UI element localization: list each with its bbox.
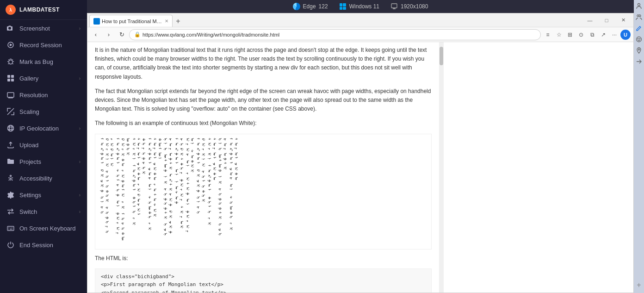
logo-icon: λ bbox=[6, 5, 16, 15]
power-icon bbox=[6, 241, 15, 249]
sidebar-item-switch[interactable]: Switch › bbox=[0, 203, 87, 220]
sidebar-item-mark-as-bug[interactable]: Mark as Bug bbox=[0, 53, 87, 70]
browser-version: 122 bbox=[319, 3, 328, 10]
svg-point-15 bbox=[639, 15, 641, 17]
sidebar-item-record-session[interactable]: Record Session bbox=[0, 37, 87, 53]
right-panel-add-button[interactable]: + bbox=[637, 281, 641, 291]
resolution-value: 1920x1080 bbox=[401, 3, 428, 10]
right-panel-icon-arrow[interactable] bbox=[635, 57, 643, 66]
sidebar-item-scaling[interactable]: Scaling bbox=[0, 103, 87, 120]
right-panel-icon-map[interactable] bbox=[635, 46, 643, 55]
back-button[interactable]: ‹ bbox=[90, 29, 101, 40]
accessibility-icon bbox=[6, 174, 15, 182]
code-text: <div class="bichigband"> <p>First paragr… bbox=[101, 274, 227, 293]
paragraph-2: The fact that Mongolian script extends f… bbox=[95, 87, 432, 114]
svg-rect-7 bbox=[7, 93, 14, 97]
sidebar-logo: λ LAMBDATEST bbox=[0, 0, 87, 20]
sidebar-item-upload[interactable]: Upload bbox=[0, 137, 87, 153]
sidebar-item-label: IP Geolocation bbox=[19, 125, 59, 132]
tab-title: How to put Traditional Mongoli... bbox=[102, 19, 162, 24]
sidebar-item-screenshot[interactable]: Screenshot › bbox=[0, 20, 87, 37]
sidebar-item-ip-geolocation[interactable]: IP Geolocation › bbox=[0, 120, 87, 137]
favorites-button[interactable]: ☆ bbox=[554, 30, 564, 40]
browser-content[interactable]: It is in the nature of Mongolian traditi… bbox=[87, 42, 633, 293]
tab-favicon bbox=[93, 18, 100, 25]
browser-titlebar: How to put Traditional Mongoli... ✕ + — … bbox=[87, 13, 633, 27]
os-name: Windows 11 bbox=[349, 3, 379, 10]
monitor-icon bbox=[390, 3, 398, 10]
right-panel-icon-person[interactable] bbox=[635, 2, 643, 10]
svg-point-18 bbox=[639, 38, 640, 39]
sidebar-item-label: Scaling bbox=[19, 108, 39, 115]
svg-point-17 bbox=[638, 38, 638, 39]
share-button[interactable]: ↗ bbox=[598, 30, 608, 40]
forward-button[interactable]: › bbox=[103, 29, 114, 40]
collections-button[interactable]: ⊞ bbox=[565, 30, 575, 40]
minimize-button[interactable]: — bbox=[582, 13, 598, 27]
right-panel-icon-face[interactable] bbox=[635, 35, 643, 44]
mongolian-col-5: ᠡᠨᠡ ᠦᠰᠦᠭ ᠨᠢ ᠳᠡᠭᠡᠭᠰᠢ ᠡᠴᠡ ᠳᠤᠷᠤᠭᠰᠢ ᠣᠩᠰᠢᠳᠠᠭ … bbox=[163, 138, 173, 245]
right-panel-icon-people[interactable] bbox=[635, 13, 643, 21]
upload-icon bbox=[6, 141, 15, 149]
sidebar-item-label: On Screen Keyboard bbox=[19, 225, 75, 232]
svg-rect-11 bbox=[7, 226, 14, 231]
maximize-button[interactable]: □ bbox=[598, 13, 615, 27]
bug-icon bbox=[6, 57, 15, 66]
right-panel-icon-edit[interactable] bbox=[635, 24, 643, 32]
sidebar: λ LAMBDATEST Screenshot › Record Session… bbox=[0, 0, 87, 293]
address-bar[interactable]: 🔒 https://www.qvlang.com/Writing/wrt/mon… bbox=[129, 29, 541, 40]
sidebar-item-projects[interactable]: Projects › bbox=[0, 153, 87, 170]
sidebar-item-resolution[interactable]: Resolution bbox=[0, 87, 87, 103]
svg-point-9 bbox=[9, 125, 12, 131]
browser-navbar: ‹ › ↻ 🔒 https://www.qvlang.com/Writing/w… bbox=[87, 27, 633, 42]
sidebar-item-accessibility[interactable]: Accessibility bbox=[0, 170, 87, 187]
refresh-button[interactable]: ↻ bbox=[116, 29, 127, 40]
sidebar-item-label: Resolution bbox=[19, 92, 48, 99]
svg-point-10 bbox=[10, 175, 12, 177]
sidebar-item-settings[interactable]: Settings › bbox=[0, 187, 87, 203]
sidebar-item-label: Gallery bbox=[19, 75, 38, 82]
sidebar-item-label: Upload bbox=[19, 142, 38, 149]
paragraph-1: It is in the nature of Mongolian traditi… bbox=[95, 46, 432, 81]
topbar-os: Windows 11 bbox=[339, 3, 379, 10]
svg-point-13 bbox=[638, 4, 640, 6]
sidebar-item-gallery[interactable]: Gallery › bbox=[0, 70, 87, 87]
sidebar-item-label: Switch bbox=[19, 208, 37, 215]
nav-actions: ≡ ☆ ⊞ ⊙ ⧉ ↗ ··· U bbox=[543, 30, 631, 40]
gear-icon bbox=[6, 191, 15, 199]
sidebar-item-end-session[interactable]: End Session bbox=[0, 237, 87, 253]
profile-button[interactable]: ⊙ bbox=[576, 30, 586, 40]
paragraph-3-text: The following is an example of continuou… bbox=[95, 120, 257, 126]
new-tab-button[interactable]: + bbox=[173, 16, 184, 27]
svg-rect-12 bbox=[391, 4, 397, 8]
browser-window: How to put Traditional Mongoli... ✕ + — … bbox=[87, 13, 634, 293]
mongolian-col-4: ᠮᠣᠩᠭᠣᠯᠴᠤᠳ ᠤᠨ ᠲᠡᠦᠬᠡ ᠶᠢ ᠰᠤᠷᠤᠯᠴᠠᠬᠤ ᠶᠣᠰᠣᠲᠠᠢ … bbox=[147, 138, 161, 245]
windows-logo-icon bbox=[339, 3, 347, 10]
right-panel: + bbox=[634, 0, 644, 293]
camera-icon bbox=[6, 24, 15, 32]
close-button[interactable]: ✕ bbox=[615, 13, 632, 27]
extensions-button[interactable]: ⧉ bbox=[587, 30, 597, 40]
globe-icon bbox=[6, 124, 15, 132]
mongolian-col-7: ᠠᠷᠠᠳ ᠤᠨ ᠵᠠᠰᠠᠭ ᠤᠨ ᠭᠠᠵᠠᠷ ᠤᠨ ᠲᠤᠬᠠᠢ bbox=[185, 138, 195, 245]
scrollbar-track[interactable] bbox=[439, 42, 444, 293]
user-avatar[interactable]: U bbox=[620, 30, 631, 40]
scrollbar-thumb[interactable] bbox=[440, 47, 443, 65]
folder-icon bbox=[6, 157, 15, 166]
sidebar-item-label: End Session bbox=[19, 242, 53, 249]
more-button[interactable]: ··· bbox=[609, 30, 619, 40]
mongolian-col-9: ᠰᠠᠶᠢᠨ ᠮᠣᠩᠭᠣᠯ ᠬᠡᠯᠡ ᠶᠢ ᠰᠤᠷᠤᠯᠴᠠᠬᠤ bbox=[206, 138, 217, 245]
browser-tab-active[interactable]: How to put Traditional Mongoli... ✕ bbox=[89, 15, 173, 27]
mongolian-col-6: ᠮᠣᠩᠭᠣᠯ ᠤᠨ ᠨᠤᠲᠤᠭ ᠳᠡᠪᠢᠰᠬᠡᠷ ᠭᠠᠵᠠᠷ ᠰᠢᠷᠤᠢ bbox=[173, 138, 184, 245]
tab-close-button[interactable]: ✕ bbox=[165, 19, 168, 24]
scaling-icon bbox=[6, 107, 15, 116]
keyboard-icon bbox=[6, 224, 15, 232]
reader-view-button[interactable]: ≡ bbox=[543, 30, 553, 40]
gallery-icon bbox=[6, 74, 15, 82]
sidebar-item-label: Settings bbox=[19, 192, 41, 199]
chevron-icon: › bbox=[79, 126, 80, 131]
code-block: <div class="bichigband"> <p>First paragr… bbox=[95, 268, 432, 293]
logo-text: LAMBDATEST bbox=[19, 6, 60, 13]
mongolian-text-section: ᠮᠣᠩᠭᠣᠯ ᠪᠢᠴᠢᠭ ᠡᠨᠳᠡ ᠪᠠᠶᠢᠨᠠ ᠳᠡᠯᠡᠬᠡᠢ ᠳᠡᠭᠡᠷᠡ … bbox=[95, 134, 432, 249]
sidebar-item-on-screen-keyboard[interactable]: On Screen Keyboard bbox=[0, 220, 87, 237]
